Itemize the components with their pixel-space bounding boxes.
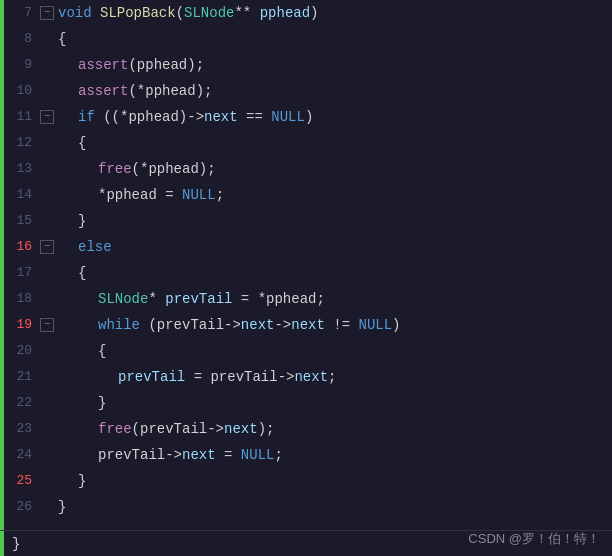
table-row: 7−void SLPopBack(SLNode** pphead) xyxy=(4,0,612,26)
table-row: 19−while (prevTail->next->next != NULL) xyxy=(4,312,612,338)
fold-icon[interactable]: − xyxy=(40,110,54,124)
fold-col xyxy=(40,442,58,468)
watermark: CSDN @罗！伯！特！ xyxy=(468,530,600,548)
fold-icon[interactable]: − xyxy=(40,240,54,254)
code-content: { xyxy=(58,130,612,156)
type-token: SLNode xyxy=(184,5,234,21)
bottom-bar: } CSDN @罗！伯！特！ xyxy=(0,530,612,556)
table-row: 21prevTail = prevTail->next; xyxy=(4,364,612,390)
line-number: 18 xyxy=(4,286,40,312)
plain-token: ( xyxy=(176,5,184,21)
code-content: if ((*pphead)->next == NULL) xyxy=(58,104,612,130)
plain-token: prevTail-> xyxy=(202,369,294,385)
table-row: 24prevTail->next = NULL; xyxy=(4,442,612,468)
table-row: 20{ xyxy=(4,338,612,364)
code-content: else xyxy=(58,234,612,260)
plain-token xyxy=(185,369,193,385)
table-row: 16−else xyxy=(4,234,612,260)
op-token: = xyxy=(165,187,173,203)
code-content: SLNode* prevTail = *pphead; xyxy=(58,286,612,312)
plain-token: (*pphead); xyxy=(132,161,216,177)
plain-token: { xyxy=(78,265,86,281)
param-token: next xyxy=(291,317,325,333)
op-token: != xyxy=(333,317,350,333)
table-row: 11−if ((*pphead)->next == NULL) xyxy=(4,104,612,130)
line-number: 23 xyxy=(4,416,40,442)
plain-token: ; xyxy=(216,187,224,203)
kw-token: void xyxy=(58,5,92,21)
fold-icon[interactable]: − xyxy=(40,6,54,20)
param-token: next xyxy=(182,447,216,463)
fold-col xyxy=(40,52,58,78)
fold-col xyxy=(40,260,58,286)
plain-token xyxy=(92,5,100,21)
kw-token: if xyxy=(78,109,95,125)
table-row: 17{ xyxy=(4,260,612,286)
table-row: 26} xyxy=(4,494,612,520)
param-token: pphead xyxy=(260,5,310,21)
table-row: 23free(prevTail->next); xyxy=(4,416,612,442)
code-content: void SLPopBack(SLNode** pphead) xyxy=(58,0,612,26)
line-number: 21 xyxy=(4,364,40,390)
code-lines: 7−void SLPopBack(SLNode** pphead)8{9asse… xyxy=(4,0,612,520)
fold-col: − xyxy=(40,0,58,26)
param-token: next xyxy=(241,317,275,333)
code-content: } xyxy=(58,494,612,520)
line-number: 20 xyxy=(4,338,40,364)
line-number: 10 xyxy=(4,78,40,104)
line-number: 15 xyxy=(4,208,40,234)
op-token: == xyxy=(246,109,263,125)
plain-token: } xyxy=(78,213,86,229)
table-row: 12{ xyxy=(4,130,612,156)
param-token: prevTail xyxy=(165,291,232,307)
closing-brace: } xyxy=(12,536,20,552)
code-content: assert(*pphead); xyxy=(58,78,612,104)
code-content: { xyxy=(58,338,612,364)
code-content: prevTail->next = NULL; xyxy=(58,442,612,468)
line-number: 14 xyxy=(4,182,40,208)
plain-token: * xyxy=(148,291,165,307)
line-number: 19 xyxy=(4,312,40,338)
line-number: 12 xyxy=(4,130,40,156)
plain-token: (prevTail-> xyxy=(140,317,241,333)
plain-token: ** xyxy=(234,5,259,21)
line-number: 17 xyxy=(4,260,40,286)
plain-token xyxy=(174,187,182,203)
macro-token: free xyxy=(98,161,132,177)
fold-col xyxy=(40,130,58,156)
plain-token: ; xyxy=(274,447,282,463)
plain-token: (pphead); xyxy=(128,57,204,73)
table-row: 18SLNode* prevTail = *pphead; xyxy=(4,286,612,312)
fold-col xyxy=(40,78,58,104)
plain-token: ) xyxy=(305,109,313,125)
plain-token: ) xyxy=(392,317,400,333)
code-content: while (prevTail->next->next != NULL) xyxy=(58,312,612,338)
plain-token: *pphead; xyxy=(249,291,325,307)
plain-token: (( xyxy=(95,109,120,125)
fold-icon[interactable]: − xyxy=(40,318,54,332)
param-token: prevTail xyxy=(118,369,185,385)
code-content: assert(pphead); xyxy=(58,52,612,78)
fold-col xyxy=(40,468,58,494)
plain-token: *pphead xyxy=(120,109,179,125)
fold-col xyxy=(40,364,58,390)
plain-token: { xyxy=(98,343,106,359)
plain-token: prevTail-> xyxy=(98,447,182,463)
kw-token: else xyxy=(78,239,112,255)
line-number: 22 xyxy=(4,390,40,416)
line-number: 24 xyxy=(4,442,40,468)
table-row: 10assert(*pphead); xyxy=(4,78,612,104)
plain-token: ; xyxy=(328,369,336,385)
table-row: 8{ xyxy=(4,26,612,52)
table-row: 22} xyxy=(4,390,612,416)
fn-token: SLPopBack xyxy=(100,5,176,21)
line-number: 9 xyxy=(4,52,40,78)
plain-token: { xyxy=(78,135,86,151)
kw-token: NULL xyxy=(271,109,305,125)
plain-token: ) xyxy=(310,5,318,21)
plain-token: } xyxy=(98,395,106,411)
macro-token: assert xyxy=(78,83,128,99)
line-number: 7 xyxy=(4,0,40,26)
code-content: free(prevTail->next); xyxy=(58,416,612,442)
plain-token: } xyxy=(78,473,86,489)
